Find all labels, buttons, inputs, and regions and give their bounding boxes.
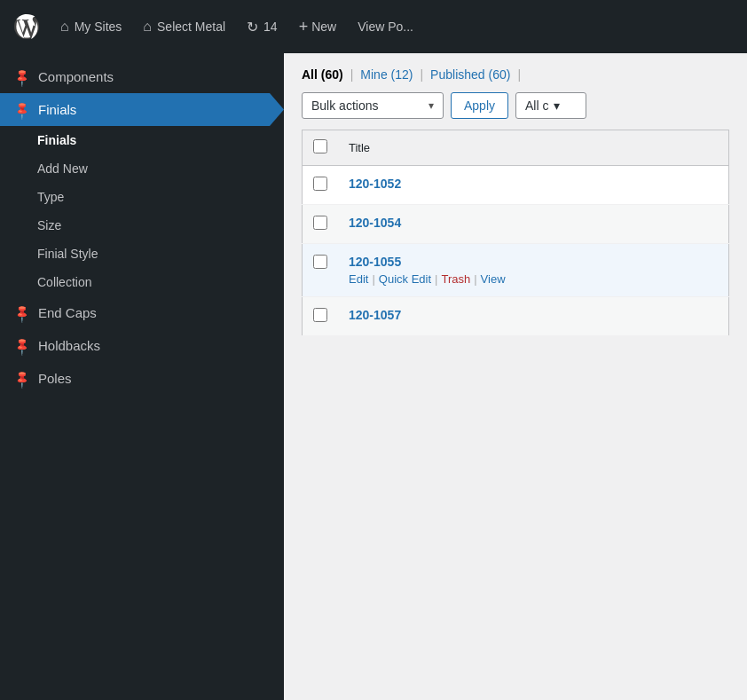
- row-title-cell: 120-1057: [338, 297, 729, 336]
- sidebar-submenu-add-new[interactable]: Add New: [0, 154, 284, 183]
- row-checkbox-3[interactable]: [313, 255, 327, 269]
- view-link[interactable]: View: [481, 272, 506, 286]
- tab-published[interactable]: Published (60): [430, 67, 510, 82]
- post-title-link-2[interactable]: 120-1054: [349, 216, 401, 230]
- refresh-icon: ↻: [247, 19, 258, 35]
- table-row: 120-1054: [303, 205, 729, 244]
- admin-bar-view-posts[interactable]: View Po...: [350, 16, 421, 37]
- table-row: 120-1057: [303, 297, 729, 336]
- row-checkbox-cell: [303, 205, 339, 244]
- row-checkbox-4[interactable]: [313, 308, 327, 322]
- tab-mine[interactable]: Mine (12): [360, 67, 413, 82]
- row-checkbox-cell: [303, 166, 339, 205]
- apply-button[interactable]: Apply: [451, 92, 508, 119]
- bulk-actions-dropdown[interactable]: Bulk actions ▾: [302, 92, 444, 119]
- row-checkbox-cell: [303, 297, 339, 336]
- main-layout: 📌 Components 📌 Finials Finials Add New T…: [0, 53, 747, 700]
- sidebar-item-end-caps[interactable]: 📌 End Caps: [0, 296, 284, 329]
- select-all-checkbox[interactable]: [313, 139, 327, 153]
- sidebar-submenu-size[interactable]: Size: [0, 211, 284, 240]
- admin-bar-new[interactable]: + New: [292, 14, 344, 40]
- wp-logo[interactable]: [11, 11, 43, 43]
- tab-all[interactable]: All (60): [302, 67, 343, 82]
- table-header-row: Title: [303, 130, 729, 166]
- sidebar-submenu-finials: Finials Add New Type Size Finial Style C…: [0, 126, 284, 296]
- post-title-link-4[interactable]: 120-1057: [349, 308, 401, 322]
- quick-edit-link[interactable]: Quick Edit: [379, 272, 431, 286]
- row-checkbox-2[interactable]: [313, 216, 327, 230]
- pin-icon-end-caps: 📌: [12, 303, 32, 323]
- post-title-link-3[interactable]: 120-1055: [349, 255, 401, 269]
- pin-icon-active: 📌: [12, 99, 32, 120]
- sidebar-submenu-finials-top[interactable]: Finials: [0, 126, 284, 154]
- table-row: 120-1052: [303, 166, 729, 205]
- tabs-row: All (60) | Mine (12) | Published (60) |: [284, 53, 747, 82]
- sidebar-item-finials[interactable]: 📌 Finials: [0, 93, 284, 126]
- sidebar-submenu-collection[interactable]: Collection: [0, 268, 284, 296]
- chevron-down-icon-dates: ▾: [554, 98, 560, 113]
- row-checkbox-1[interactable]: [313, 177, 327, 191]
- pin-icon-holdbacks: 📌: [12, 335, 32, 356]
- row-title-cell: 120-1052: [338, 166, 729, 205]
- edit-link[interactable]: Edit: [349, 272, 368, 286]
- row-title-cell: 120-1054: [338, 205, 729, 244]
- admin-bar: ⌂ My Sites ⌂ Select Metal ↻ 14 + New Vie…: [0, 0, 747, 53]
- header-checkbox-cell: [303, 130, 339, 166]
- header-title: Title: [338, 130, 729, 166]
- trash-link[interactable]: Trash: [441, 272, 470, 286]
- table-area: Title 120-1052: [284, 130, 747, 700]
- chevron-down-icon: ▾: [429, 99, 434, 112]
- all-dates-dropdown[interactable]: All c ▾: [515, 92, 586, 119]
- sidebar-item-components[interactable]: 📌 Components: [0, 60, 284, 93]
- sidebar-item-poles[interactable]: 📌 Poles: [0, 362, 284, 395]
- post-title-link-1[interactable]: 120-1052: [349, 177, 401, 191]
- plus-icon: +: [299, 18, 309, 36]
- sidebar-submenu-type[interactable]: Type: [0, 183, 284, 211]
- pin-icon-poles: 📌: [12, 368, 32, 389]
- row-actions: Edit | Quick Edit | Trash | View: [349, 272, 718, 286]
- sidebar: 📌 Components 📌 Finials Finials Add New T…: [0, 53, 284, 700]
- admin-bar-my-sites[interactable]: ⌂ My Sites: [53, 15, 129, 38]
- pin-icon: 📌: [12, 67, 32, 87]
- posts-table: Title 120-1052: [302, 130, 729, 336]
- sidebar-item-holdbacks[interactable]: 📌 Holdbacks: [0, 329, 284, 362]
- site-home-icon: ⌂: [143, 19, 152, 35]
- toolbar-row: Bulk actions ▾ Apply All c ▾: [284, 82, 747, 130]
- row-title-cell: 120-1055 Edit | Quick Edit | Trash | Vie…: [338, 244, 729, 297]
- home-icon: ⌂: [60, 19, 69, 35]
- sidebar-submenu-finial-style[interactable]: Finial Style: [0, 240, 284, 268]
- table-row: 120-1055 Edit | Quick Edit | Trash | Vie…: [303, 244, 729, 297]
- content-area: All (60) | Mine (12) | Published (60) | …: [284, 53, 747, 700]
- admin-bar-site-name[interactable]: ⌂ Select Metal: [136, 15, 232, 38]
- row-checkbox-cell: [303, 244, 339, 297]
- admin-bar-updates[interactable]: ↻ 14: [240, 15, 285, 39]
